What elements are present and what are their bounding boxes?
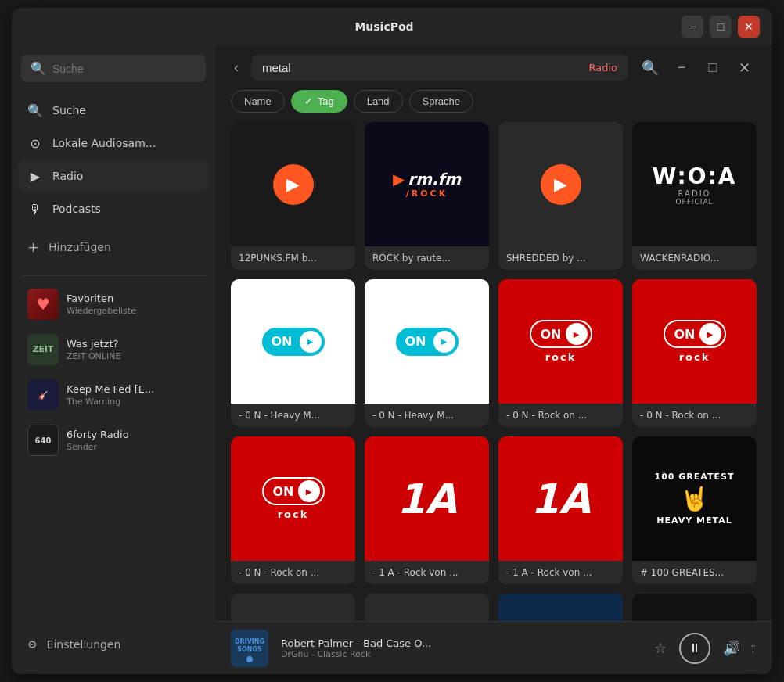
play-pause-button[interactable]: ⏸ [679,633,710,664]
filter-sprache[interactable]: Sprache [409,90,473,113]
card-label-wacken: WACKENRADIO... [632,246,757,270]
radio-card-0n-rock1[interactable]: ON ▶ rock - 0 N - Rock on ... [498,279,623,427]
playlist-thumb-keepmefed: 🎸 [27,379,59,411]
player-controls: ⏸ [679,633,710,664]
window-controls: − □ ✕ [682,16,760,38]
radio-card-0n-heavy1[interactable]: ON ▶ - 0 N - Heavy M... [231,279,355,427]
nav-label-radio: Radio [52,170,83,182]
player-info: Robert Palmer - Bad Case O... DrGnu - Cl… [281,637,642,659]
volume-button[interactable]: 🔊 [723,640,740,657]
window-maximize-icon[interactable]: □ [700,56,725,81]
radio-card-chez[interactable]: 106·1 CHEZ [632,594,757,621]
titlebar: MusicPod − □ ✕ [12,8,772,45]
album-art-driving-songs: DRIVING SONGS [231,630,268,667]
svg-point-11 [246,656,253,662]
card-label-0n-heavy2: - 0 N - Heavy M... [365,404,489,427]
radio-card-1a-rock2[interactable]: 1A - 1 A - Rock von ... [498,436,623,584]
radio-card-icon2[interactable]: 📻 [365,594,489,621]
nav-label-lokal: Lokale Audiosam... [52,137,156,149]
sidebar-search[interactable]: 🔍 [21,55,206,82]
radio-card-icon1[interactable]: 📻 [231,594,355,621]
player-star-button[interactable]: ☆ [654,640,667,656]
player-right-controls: 🔊 ↑ [723,640,757,657]
radio-card-1a-rock1[interactable]: 1A - 1 A - Rock von ... [365,436,489,584]
play-button-shredded[interactable]: ▶ [541,164,581,205]
radio-card-100greatest[interactable]: 100 GREATEST 🤘 HEAVY METAL # 100 GREATES… [632,436,757,584]
search-tag: Radio [588,62,617,74]
card-thumb-1a-rock1: 1A [365,436,489,561]
card-thumb-icon2: 📻 [365,594,489,621]
on-toggle-teal: ON ▶ [262,328,325,356]
playlist-thumb-6forty: 640 [27,425,59,456]
playlist-name-keepmefed: Keep Me Fed [E... [67,383,154,395]
search-input[interactable] [262,61,582,74]
sidebar-item-podcasts[interactable]: 🎙 Podcasts [18,193,209,224]
filter-name[interactable]: Name [231,90,285,113]
close-button[interactable]: ✕ [738,16,760,38]
card-thumb-chez: 106·1 CHEZ [632,594,757,621]
sidebar-search-input[interactable] [52,63,196,75]
card-label-1a-rock2: - 1 A - Rock von ... [498,561,623,584]
window-minimize-icon[interactable]: − [669,56,694,81]
search-icon: 🔍 [31,61,46,76]
playlist-name-favoriten: Favoriten [67,293,136,304]
card-thumb-shredded: ▶ [498,122,623,246]
playlist-sub-favoriten: Wiedergabeliste [67,306,136,316]
playlist-item-favoriten[interactable]: ♥ Favoriten Wiedergabeliste [18,282,209,326]
play-button-12punks[interactable]: ▶ [273,164,314,205]
search-nav-icon: 🔍 [27,102,43,118]
card-thumb-0n-rock3: ON ▶ rock [231,436,355,561]
sidebar-item-radio[interactable]: ▶ Radio [18,160,209,192]
radio-card-gear[interactable] [498,594,623,621]
radio-card-12punks[interactable]: ▶ 12PUNKS.FM b... [231,122,355,270]
radio-card-rockrm[interactable]: ▶ rm.fm /ROCK ROCK by raute... [365,122,489,270]
search-bar: Radio [251,55,628,81]
nav-label-podcasts: Podcasts [52,203,101,215]
radio-card-0n-rock2[interactable]: ON ▶ rock - 0 N - Rock on ... [632,279,757,427]
sidebar: 🔍 🔍 Suche ⊙ Lokale Audiosam... ▶ Radio 🎙 [12,45,215,674]
upload-button[interactable]: ↑ [750,640,757,656]
card-label-12punks: 12PUNKS.FM b... [231,246,355,270]
window-close-icon[interactable]: ✕ [732,56,757,81]
playlist-info-favoriten: Favoriten Wiedergabeliste [67,293,136,316]
card-thumb-0n-rock2: ON ▶ rock [632,279,757,404]
card-label-0n-rock1: - 0 N - Rock on ... [498,404,623,427]
add-label: Hinzufügen [49,241,111,253]
settings-label: Einstellungen [47,638,121,651]
player-album-art: DRIVING SONGS [231,630,268,667]
maximize-button[interactable]: □ [710,16,732,38]
player-title: Robert Palmer - Bad Case O... [281,637,642,649]
settings-item[interactable]: ⚙ Einstellungen [18,630,209,659]
player-artist: DrGnu - Classic Rock [281,649,642,659]
playlist-sub-6forty: Sender [67,442,129,452]
playlist-info-keepmefed: Keep Me Fed [E... The Warning [67,383,154,407]
radio-nav-icon: ▶ [27,168,43,184]
app-window: MusicPod − □ ✕ 🔍 🔍 Suche ⊙ Lokale Audios… [12,8,772,674]
playlist-item-keepmefed[interactable]: 🎸 Keep Me Fed [E... The Warning [18,373,209,417]
add-item[interactable]: + Hinzufügen [18,231,209,263]
playlist-item-6forty[interactable]: 640 6forty Radio Sender [18,418,209,462]
radio-card-0n-rock3[interactable]: ON ▶ rock - 0 N - Rock on ... [231,436,355,584]
back-button[interactable]: ‹ [231,56,242,79]
playlist-info-6forty: 6forty Radio Sender [67,429,129,452]
radio-card-0n-heavy2[interactable]: ON ▶ - 0 N - Heavy M... [365,279,489,427]
app-title: MusicPod [87,20,682,33]
playlist-info-wasjetzt: Was jetzt? ZEIT ONLINE [67,338,120,361]
card-thumb-gear [498,594,623,621]
playlist-sub-keepmefed: The Warning [67,397,154,407]
sidebar-divider [21,275,206,276]
playlist-item-wasjetzt[interactable]: ZEIT Was jetzt? ZEIT ONLINE [18,328,209,372]
sidebar-item-lokal[interactable]: ⊙ Lokale Audiosam... [18,127,209,159]
content-header: ‹ Radio 🔍 − □ ✕ [215,45,772,90]
rmfm-logo: ▶ rm.fm /ROCK [365,122,489,246]
grid-container: ▶ 12PUNKS.FM b... ▶ rm.fm [215,122,772,621]
radio-card-wacken[interactable]: W:O:A RADIO OFFICIAL WACKENRADIO... [632,122,757,270]
radio-card-shredded[interactable]: ▶ SHREDDED by ... [498,122,623,270]
nav-label-suche: Suche [52,104,86,117]
search-button[interactable]: 🔍 [638,56,663,81]
filter-land[interactable]: Land [354,90,403,113]
minimize-button[interactable]: − [682,16,703,38]
sidebar-item-suche[interactable]: 🔍 Suche [18,95,209,126]
card-thumb-0n-heavy1: ON ▶ [231,279,355,404]
filter-tag[interactable]: ✓ Tag [291,90,347,113]
